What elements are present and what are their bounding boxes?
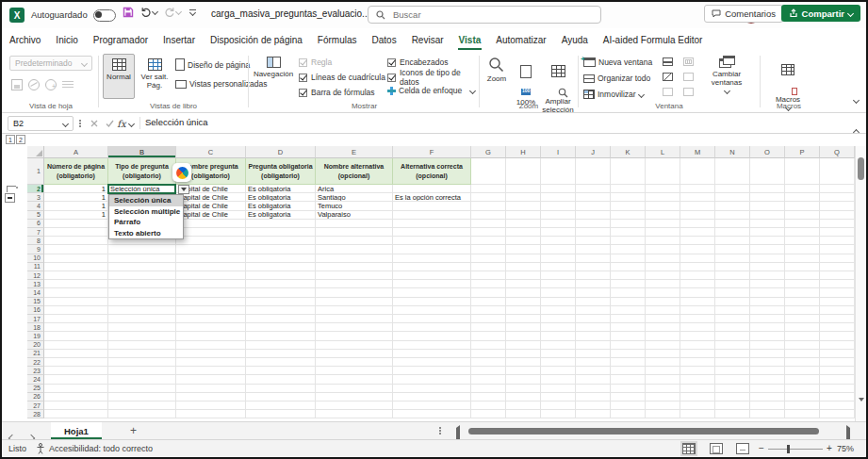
cell-Q28[interactable] xyxy=(820,410,855,418)
cell-F26[interactable] xyxy=(393,393,471,402)
cell-P25[interactable] xyxy=(785,385,820,393)
cell-F4[interactable] xyxy=(393,202,471,210)
cell-D8[interactable] xyxy=(246,237,316,245)
cell-G20[interactable] xyxy=(471,341,506,350)
page-break-preview-button[interactable]: Ver salt. Pág. xyxy=(138,54,172,99)
navigation-button[interactable]: Navegación xyxy=(252,57,295,78)
cell-O27[interactable] xyxy=(750,402,785,410)
cell-F8[interactable] xyxy=(393,237,471,245)
cell-E18[interactable] xyxy=(316,323,393,332)
undo-button[interactable] xyxy=(140,7,157,17)
share-button[interactable]: Compartir xyxy=(781,5,860,22)
cell-C6[interactable] xyxy=(176,220,246,228)
cell-C24[interactable] xyxy=(176,375,246,384)
cell-F27[interactable] xyxy=(393,402,471,410)
cell-Q19[interactable] xyxy=(820,332,855,340)
horizontal-scroll-thumb[interactable] xyxy=(468,428,819,434)
dropdown-item-selecci-n-m-ltiple[interactable]: Selección múltiple xyxy=(109,206,183,218)
cell-O17[interactable] xyxy=(750,315,785,323)
cell-I20[interactable] xyxy=(541,341,576,350)
cell-O1[interactable] xyxy=(750,158,785,185)
cell-J9[interactable] xyxy=(576,245,611,254)
cell-Q25[interactable] xyxy=(820,385,855,393)
cell-J2[interactable] xyxy=(576,185,611,193)
cell-C22[interactable] xyxy=(176,358,246,367)
cell-I5[interactable] xyxy=(541,211,576,220)
cell-N8[interactable] xyxy=(715,237,750,245)
cell-L26[interactable] xyxy=(646,393,680,402)
cell-B25[interactable] xyxy=(108,385,176,393)
cell-J25[interactable] xyxy=(576,385,611,393)
comments-button[interactable]: Comentarios xyxy=(704,5,783,23)
row-header-26[interactable]: 26 xyxy=(27,393,44,402)
cell-G8[interactable] xyxy=(471,237,506,245)
cell-N26[interactable] xyxy=(715,393,750,402)
cell-K12[interactable] xyxy=(611,271,646,280)
cell-E19[interactable] xyxy=(316,332,393,340)
normal-view-status-button[interactable] xyxy=(682,443,696,454)
cell-E23[interactable] xyxy=(316,367,393,375)
outline-level-1[interactable]: 1 xyxy=(6,135,15,144)
row-header-22[interactable]: 22 xyxy=(27,358,44,367)
cell-H21[interactable] xyxy=(506,350,541,358)
cell-A2[interactable]: 1 xyxy=(44,185,108,193)
cell-M28[interactable] xyxy=(680,410,715,418)
focus-cell-button[interactable]: Celda de enfoque xyxy=(387,86,475,95)
cell-O25[interactable] xyxy=(750,385,785,393)
cell-E22[interactable] xyxy=(316,358,393,367)
cell-I22[interactable] xyxy=(541,358,576,367)
column-header-O[interactable]: O xyxy=(750,146,785,158)
cell-H14[interactable] xyxy=(506,288,541,297)
cell-Q15[interactable] xyxy=(820,298,855,306)
cell-N21[interactable] xyxy=(715,350,750,358)
cell-Q12[interactable] xyxy=(820,271,855,280)
checkbox-barra-de-f-rmulas[interactable]: Barra de fórmulas xyxy=(299,85,385,100)
cell-H16[interactable] xyxy=(506,306,541,315)
cell-N15[interactable] xyxy=(715,298,750,306)
cell-A21[interactable] xyxy=(44,350,108,358)
cell-P4[interactable] xyxy=(785,202,820,210)
cell-O20[interactable] xyxy=(750,341,785,350)
cell-H5[interactable] xyxy=(506,211,541,220)
cell-I9[interactable] xyxy=(541,245,576,254)
cell-C19[interactable] xyxy=(176,332,246,340)
cell-Q18[interactable] xyxy=(820,323,855,332)
cell-N6[interactable] xyxy=(715,220,750,228)
cell-P15[interactable] xyxy=(785,298,820,306)
cell-K5[interactable] xyxy=(611,211,646,220)
row-header-23[interactable]: 23 xyxy=(27,367,44,375)
cell-N10[interactable] xyxy=(715,254,750,263)
cell-P17[interactable] xyxy=(785,315,820,323)
cell-N22[interactable] xyxy=(715,358,750,367)
cell-N7[interactable] xyxy=(715,228,750,237)
cell-K13[interactable] xyxy=(611,280,646,288)
cell-G22[interactable] xyxy=(471,358,506,367)
cell-K4[interactable] xyxy=(611,202,646,210)
cell-P6[interactable] xyxy=(785,220,820,228)
cell-N2[interactable] xyxy=(715,185,750,193)
cell-C25[interactable] xyxy=(176,385,246,393)
cell-B28[interactable] xyxy=(108,410,176,418)
cell-Q5[interactable] xyxy=(820,211,855,220)
cell-K2[interactable] xyxy=(611,185,646,193)
formula-bar-value[interactable]: Selección única xyxy=(145,117,208,127)
cell-A22[interactable] xyxy=(44,358,108,367)
cell-N9[interactable] xyxy=(715,245,750,254)
cell-H17[interactable] xyxy=(506,315,541,323)
cell-G7[interactable] xyxy=(471,228,506,237)
cell-D9[interactable] xyxy=(246,245,316,254)
column-header-G[interactable]: G xyxy=(471,146,506,158)
cell-K17[interactable] xyxy=(611,315,646,323)
cell-N19[interactable] xyxy=(715,332,750,340)
cell-K9[interactable] xyxy=(611,245,646,254)
cell-G24[interactable] xyxy=(471,375,506,384)
checkbox-regla[interactable]: Regla xyxy=(299,55,385,70)
cell-M12[interactable] xyxy=(680,271,715,280)
cell-A26[interactable] xyxy=(44,393,108,402)
cell-A19[interactable] xyxy=(44,332,108,340)
page-layout-view-button[interactable]: Diseño de página xyxy=(175,58,250,71)
column-header-F[interactable]: F xyxy=(393,146,471,158)
cell-I21[interactable] xyxy=(541,350,576,358)
outline-level-2[interactable]: 2 xyxy=(16,135,25,144)
cell-G6[interactable] xyxy=(471,220,506,228)
